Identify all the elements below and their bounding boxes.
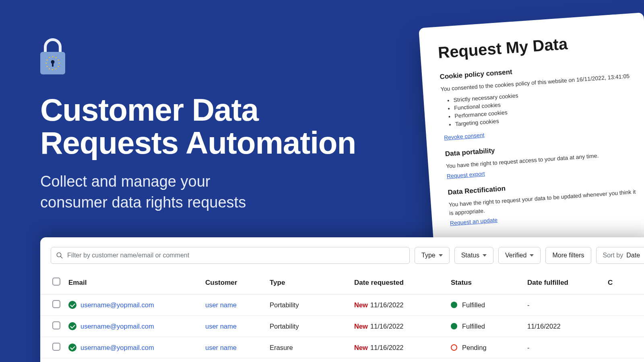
- requests-table: Email Customer Type Date requested Statu…: [40, 272, 644, 362]
- email-link[interactable]: username@yopmail.com: [80, 344, 154, 352]
- date-fulfilled-cell: -: [523, 337, 604, 358]
- col-type: Type: [266, 272, 350, 294]
- svg-point-6: [55, 68, 56, 69]
- hero-title-line1: Customer Data: [40, 92, 258, 128]
- chevron-down-icon: [483, 254, 487, 257]
- status-dot-icon: [451, 344, 457, 351]
- hero: Customer Data Requests Automation Collec…: [40, 38, 356, 213]
- status-label: Fulfilled: [462, 323, 485, 330]
- date-requested-cell: New11/16/2022: [350, 316, 447, 337]
- request-data-title: Request My Data: [438, 31, 628, 62]
- table-row[interactable]: username@yopmail.comuser namePortability…: [40, 316, 644, 337]
- filter-verified-label: Verified: [505, 252, 526, 259]
- status-label: Pending: [462, 344, 487, 352]
- svg-point-10: [45, 62, 47, 64]
- filter-more[interactable]: More filters: [545, 247, 591, 264]
- hero-subtitle: Collect and manage your consumer data ri…: [40, 171, 356, 213]
- status-dot-icon: [451, 302, 457, 308]
- new-badge: New: [354, 301, 368, 309]
- row-checkbox[interactable]: [52, 321, 60, 329]
- svg-point-5: [58, 66, 59, 67]
- status-label: Fulfilled: [462, 301, 485, 309]
- extra-cell: [604, 294, 644, 316]
- sort-prefix: Sort by: [603, 252, 623, 259]
- svg-point-7: [52, 69, 53, 70]
- col-extra: C: [604, 272, 644, 294]
- svg-point-4: [58, 62, 60, 64]
- search-input[interactable]: Filter by customer name/email or comment: [51, 247, 410, 264]
- chevron-down-icon: [530, 254, 534, 257]
- filter-verified[interactable]: Verified: [498, 247, 541, 264]
- request-export-link[interactable]: Request export: [446, 170, 485, 179]
- svg-rect-14: [52, 63, 54, 67]
- status-cell: Fulfilled: [451, 323, 519, 330]
- col-date-fulfilled: Date fulfilled: [523, 272, 604, 294]
- email-link[interactable]: username@yopmail.com: [80, 323, 154, 330]
- sort-field: Date: [626, 252, 640, 259]
- request-update-link[interactable]: Request an update: [450, 217, 497, 226]
- requests-panel: Filter by customer name/email or comment…: [40, 237, 644, 362]
- filter-type-label: Type: [421, 252, 436, 259]
- sort-control[interactable]: Sort by Date: [596, 247, 644, 264]
- table-row[interactable]: username@yopmail.comuser nameErasureNew1…: [40, 337, 644, 358]
- filter-more-label: More filters: [552, 252, 584, 259]
- gdpr-lock-icon: [40, 38, 65, 74]
- customer-link[interactable]: user name: [205, 323, 237, 330]
- table-row[interactable]: username@yopmail.comuser nameRectificati…: [40, 358, 644, 362]
- customer-link[interactable]: user name: [205, 344, 237, 351]
- search-icon: [56, 252, 63, 259]
- date-requested-cell: New11/16/2022: [350, 294, 447, 316]
- search-placeholder: Filter by customer name/email or comment: [67, 252, 189, 259]
- date-fulfilled-cell: -: [523, 294, 604, 316]
- status-cell: Fulfilled: [451, 301, 519, 309]
- date-requested-cell: New11/16/2022: [350, 358, 447, 362]
- verified-icon: [68, 343, 76, 352]
- filter-status-label: Status: [461, 252, 479, 259]
- date-requested-cell: New11/16/2022: [350, 337, 447, 358]
- hero-title: Customer Data Requests Automation: [40, 94, 356, 160]
- extra-cell: [604, 316, 644, 337]
- hero-subtitle-line2: consumer data rights requests: [40, 194, 246, 211]
- svg-point-11: [46, 59, 47, 60]
- date-fulfilled-cell: -: [523, 358, 604, 362]
- email-link[interactable]: username@yopmail.com: [80, 301, 154, 309]
- col-date-requested: Date requested: [350, 272, 447, 294]
- svg-point-1: [52, 56, 53, 57]
- filter-status[interactable]: Status: [454, 247, 493, 264]
- new-badge: New: [354, 323, 368, 330]
- request-data-card: Request My Data Cookie policy consent Yo…: [419, 12, 644, 252]
- table-row[interactable]: username@yopmail.comuser namePortability…: [40, 294, 644, 316]
- svg-point-3: [58, 59, 59, 60]
- status-dot-icon: [451, 323, 457, 329]
- toolbar: Filter by customer name/email or comment…: [40, 247, 644, 272]
- svg-point-8: [49, 68, 50, 69]
- hero-title-line2: Requests Automation: [40, 125, 356, 160]
- verified-icon: [68, 301, 76, 309]
- type-cell: Erasure: [266, 337, 350, 358]
- type-cell: Rectification: [266, 358, 350, 362]
- type-cell: Portability: [266, 294, 350, 316]
- svg-point-12: [49, 57, 50, 58]
- col-customer: Customer: [201, 272, 266, 294]
- extra-cell: [604, 358, 644, 362]
- hero-subtitle-line1: Collect and manage your: [40, 173, 210, 190]
- extra-cell: [604, 337, 644, 358]
- select-all-checkbox[interactable]: [52, 278, 60, 286]
- verified-icon: [68, 322, 76, 330]
- status-cell: Pending: [451, 344, 519, 352]
- date-fulfilled-cell: 11/16/2022: [523, 316, 604, 337]
- row-checkbox[interactable]: [52, 343, 60, 351]
- svg-point-2: [55, 57, 56, 58]
- chevron-down-icon: [439, 254, 443, 257]
- filter-type[interactable]: Type: [415, 247, 450, 264]
- type-cell: Portability: [266, 316, 350, 337]
- row-checkbox[interactable]: [52, 300, 60, 308]
- svg-line-16: [60, 256, 62, 258]
- col-status: Status: [447, 272, 523, 294]
- svg-point-9: [46, 66, 47, 67]
- new-badge: New: [354, 344, 368, 351]
- revoke-consent-link[interactable]: Revoke consent: [444, 132, 485, 141]
- col-email: Email: [64, 272, 201, 294]
- customer-link[interactable]: user name: [205, 301, 237, 309]
